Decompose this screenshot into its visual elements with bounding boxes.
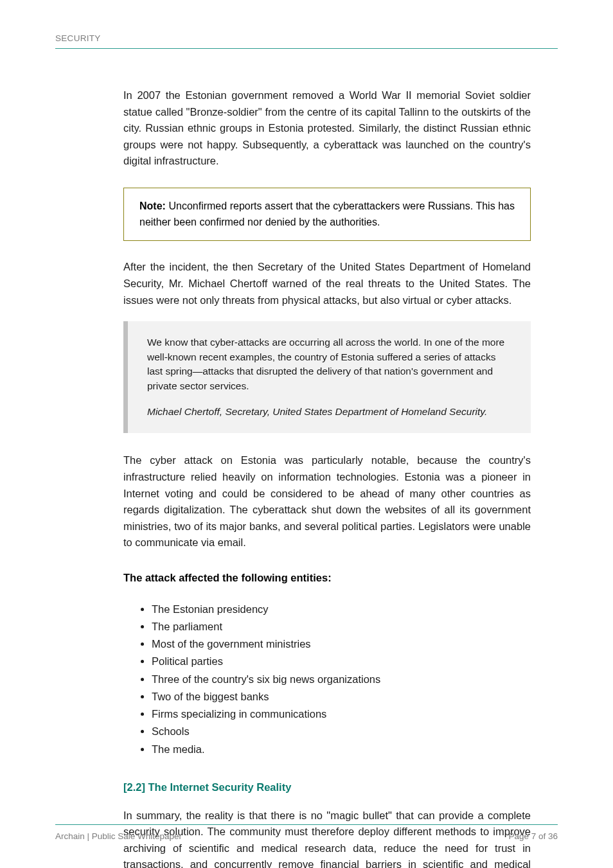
footer-page-number: Page 7 of 36 xyxy=(508,831,558,841)
targets-heading: The attack affected the following entiti… xyxy=(123,572,531,584)
section-heading-security-reality: [2.2] The Internet Security Reality xyxy=(123,781,531,793)
footer-rule xyxy=(55,824,558,825)
list-item: Firms specializing in communications xyxy=(152,705,524,723)
list-item: Two of the biggest banks xyxy=(152,688,524,705)
list-item: Most of the government ministries xyxy=(152,635,524,653)
page-footer: Archain | Public Sale Whitepaper Page 7 … xyxy=(55,824,558,841)
list-item: The Estonian presidency xyxy=(152,601,524,618)
aftermath-paragraph: After the incident, the then Secretary o… xyxy=(123,259,531,308)
note-body: Unconfirmed reports assert that the cybe… xyxy=(139,200,515,227)
quote-citation: Michael Chertoff, Secretary, United Stat… xyxy=(147,405,513,419)
list-item: Schools xyxy=(152,723,524,740)
targets-list: The Estonian presidency The parliament M… xyxy=(152,601,524,758)
attack-summary-paragraph: The cyber attack on Estonia was particul… xyxy=(123,452,531,551)
note-box: Note: Unconfirmed reports assert that th… xyxy=(123,188,531,242)
quote-body: We know that cyber-attacks are occurring… xyxy=(147,337,504,391)
main-content: In 2007 the Estonian government removed … xyxy=(123,87,531,868)
quote-block: We know that cyber-attacks are occurring… xyxy=(123,321,531,433)
list-item: Three of the country's six big news orga… xyxy=(152,671,524,688)
note-label: Note: xyxy=(139,200,166,211)
list-item: The media. xyxy=(152,741,524,758)
list-item: The parliament xyxy=(152,618,524,635)
header-rule xyxy=(55,48,558,49)
header-section-label: SECURITY xyxy=(55,33,558,43)
intro-paragraph: In 2007 the Estonian government removed … xyxy=(123,87,531,170)
list-item: Political parties xyxy=(152,653,524,670)
footer-doc-title: Archain | Public Sale Whitepaper xyxy=(55,831,182,841)
